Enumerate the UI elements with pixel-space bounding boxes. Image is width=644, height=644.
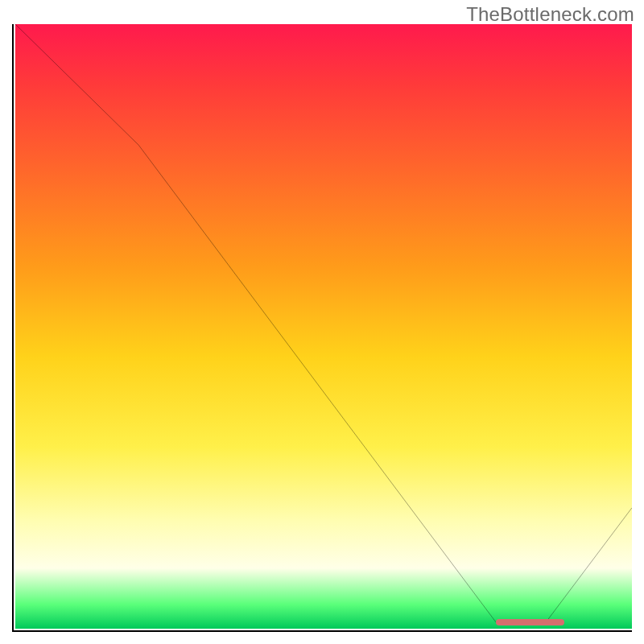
bottleneck-curve (15, 24, 632, 629)
chart-frame: TheBottleneck.com (0, 0, 644, 644)
watermark-text: TheBottleneck.com (466, 3, 634, 26)
plot-area (12, 24, 632, 632)
optimal-range-marker (496, 619, 564, 625)
